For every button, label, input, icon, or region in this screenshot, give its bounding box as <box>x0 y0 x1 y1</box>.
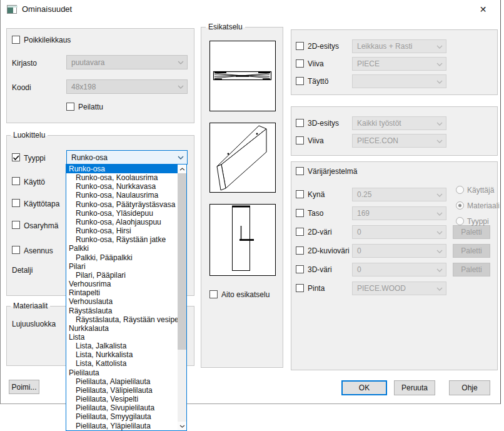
type-option[interactable]: Runko-osa, Koolausrima <box>66 173 178 182</box>
tyyppi-value: Runko-osa <box>71 153 108 162</box>
kuviovari2d-label: 2D-kuvioväri <box>308 246 350 255</box>
type-option[interactable]: Runko-osa, Alaohjauspuu <box>66 218 178 226</box>
type-option[interactable]: Runko-osa, Räystään jatke <box>66 235 178 244</box>
viiva2d-dropdown[interactable]: PIECE <box>352 57 446 71</box>
paletti-3d-vari-button[interactable]: Paletti <box>453 263 490 276</box>
type-option[interactable]: Runko-osa, Naulausrima <box>66 191 178 200</box>
pinta-value: PIECE.WOOD <box>357 284 406 293</box>
taytto-dropdown[interactable] <box>352 74 446 88</box>
vari2d-dropdown[interactable]: 0 <box>352 225 446 239</box>
koodi-dropdown[interactable]: 48x198 <box>66 79 188 94</box>
type-option[interactable]: Runko-osa, Nurkkavasa <box>66 182 178 191</box>
type-option[interactable]: Runko-osa, Yläsidepuu <box>66 209 178 218</box>
taso-checkbox[interactable] <box>296 209 304 217</box>
taytto-checkbox[interactable] <box>296 77 304 85</box>
kuviovari2d-dropdown[interactable]: 0 <box>352 244 446 258</box>
kyna-dropdown[interactable]: 0.25 <box>352 188 446 201</box>
type-option[interactable]: Pilari <box>66 262 178 271</box>
type-option[interactable]: Runko-osa <box>66 165 178 173</box>
chevron-down-icon <box>436 139 443 143</box>
ohje-button[interactable]: Ohje <box>449 380 490 395</box>
poimi-button[interactable]: Poimi... <box>9 380 39 394</box>
materiaali-radio-label: Materiaali <box>467 201 500 210</box>
paletti-2d-kuviovari-button[interactable]: Paletti <box>453 244 490 258</box>
viiva3d-checkbox[interactable] <box>296 136 304 145</box>
chevron-down-icon <box>178 156 184 160</box>
type-dropdown-list: Runko-osaRunko-osa, KoolausrimaRunko-osa… <box>66 164 187 431</box>
type-option[interactable]: Pilari, Pääpilari <box>66 271 178 280</box>
type-option[interactable]: Lista, Nurkkalista <box>66 350 178 359</box>
materiaali-radio[interactable] <box>456 201 464 210</box>
viiva2d-checkbox[interactable] <box>296 59 304 68</box>
asennus-checkbox[interactable] <box>12 246 20 254</box>
kayttaja-radio-label: Käyttäjä <box>467 186 494 195</box>
scroll-up-button[interactable] <box>178 165 186 173</box>
tyyppi-checkbox[interactable] <box>12 153 20 161</box>
paletti-2d-vari-button[interactable]: Paletti <box>453 225 490 239</box>
type-option[interactable]: Runko-osa, Hirsi <box>66 226 178 235</box>
asennus-label: Asennus <box>24 246 53 255</box>
vari2d-checkbox[interactable] <box>296 228 304 236</box>
poikkileikkaus-checkbox[interactable] <box>12 36 20 44</box>
type-option[interactable]: Pielilauta, Sivupielilauta <box>66 403 178 412</box>
type-option[interactable]: Räystäslauta, Räystään vesipelti <box>66 315 178 324</box>
type-option[interactable]: Lista, Kattolista <box>66 359 178 368</box>
kayttaja-radio[interactable] <box>456 186 464 194</box>
esitys2d-checkbox[interactable] <box>296 42 304 50</box>
esitys3d-checkbox[interactable] <box>296 119 304 127</box>
type-option[interactable]: Palkki <box>66 244 178 253</box>
taso-value: 169 <box>357 209 370 218</box>
type-option[interactable]: Lista, Jalkalista <box>66 342 178 350</box>
kaytto-checkbox[interactable] <box>12 177 20 185</box>
esitys2d-value: Leikkaus + Rasti <box>357 42 412 51</box>
chevron-down-icon <box>178 61 184 64</box>
aito-esikatselu-checkbox[interactable] <box>209 290 218 298</box>
chevron-down-icon <box>436 268 443 272</box>
kuviovari2d-checkbox[interactable] <box>296 246 304 255</box>
ok-button[interactable]: OK <box>341 380 387 395</box>
type-option[interactable]: Nurkkalauta <box>66 324 178 333</box>
vari3d-dropdown[interactable]: 0 <box>352 263 446 276</box>
type-list-scrollbar[interactable] <box>178 165 186 430</box>
kirjasto-dropdown[interactable]: puutavara <box>66 55 188 69</box>
type-option[interactable]: Palkki, Pääpalkki <box>66 253 178 262</box>
pinta-dropdown[interactable]: PIECE.WOOD <box>352 281 446 295</box>
type-option[interactable]: Runko-osa, Päätyräystäsvasa <box>66 200 178 209</box>
lujuusluokka-label: Lujuusluokka <box>12 320 56 328</box>
luokittelu-group-title: Luokittelu <box>11 131 48 139</box>
type-option[interactable]: Pielilauta, Yläpielilauta <box>66 422 178 430</box>
type-option[interactable]: Pielilauta, Vesipelti <box>66 395 178 403</box>
type-option[interactable]: Verhouslauta <box>66 297 178 306</box>
type-option[interactable]: Verhousrima <box>66 280 178 288</box>
type-option[interactable]: Lista <box>66 333 178 342</box>
kyna-label: Kynä <box>308 190 325 199</box>
type-option[interactable]: Rintapelti <box>66 288 178 297</box>
detalji-label: Detalji <box>12 266 33 275</box>
esitys2d-dropdown[interactable]: Leikkaus + Rasti <box>352 39 446 53</box>
vari3d-checkbox[interactable] <box>296 265 304 273</box>
viiva3d-value: PIECE.CON <box>357 136 398 145</box>
type-option[interactable]: Pielilauta, Välipielilauta <box>66 386 178 395</box>
esitys3d-dropdown[interactable]: Kaikki työstöt <box>352 116 446 130</box>
type-option[interactable]: Pielilauta, Alapielilauta <box>66 377 178 386</box>
pinta-checkbox[interactable] <box>296 284 304 292</box>
varijarjestelma-checkbox[interactable] <box>296 167 304 175</box>
viiva3d-label: Viiva <box>308 136 324 145</box>
taso-dropdown[interactable]: 169 <box>352 206 446 220</box>
tyyppi-dropdown[interactable]: Runko-osa <box>66 150 188 165</box>
viiva3d-dropdown[interactable]: PIECE.CON <box>352 134 446 148</box>
type-option[interactable]: Pielilauta <box>66 368 178 377</box>
close-button[interactable]: ✕ <box>469 0 497 19</box>
kyna-checkbox[interactable] <box>296 190 304 198</box>
tyyppi-radio[interactable] <box>456 217 464 225</box>
preview-3d-drawing <box>210 123 275 192</box>
scrollbar-thumb[interactable] <box>178 173 186 350</box>
type-option[interactable]: Räystäslauta <box>66 307 178 315</box>
osaryhma-checkbox[interactable] <box>12 221 20 229</box>
kayttotapa-checkbox[interactable] <box>12 199 20 207</box>
scroll-down-button[interactable] <box>178 422 186 430</box>
peruuta-button[interactable]: Peruuta <box>394 380 435 395</box>
peilattu-checkbox[interactable] <box>66 103 74 111</box>
vari2d-label: 2D-väri <box>308 228 332 236</box>
type-option[interactable]: Pielilauta, Smyygilauta <box>66 412 178 421</box>
